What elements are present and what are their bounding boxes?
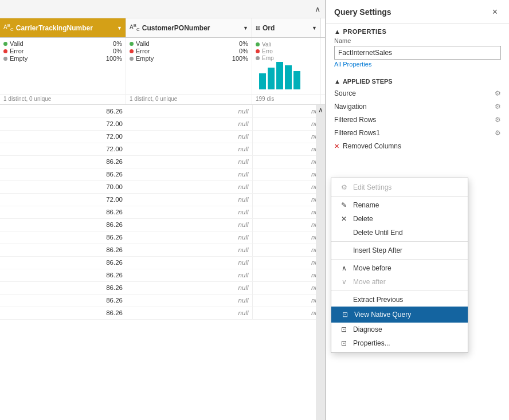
cell-price: 72.00: [0, 130, 126, 143]
table-row: 86.26nullnull: [0, 155, 325, 168]
cell-null-2: null: [252, 281, 325, 294]
column-header-customer[interactable]: ABC CustomerPONumber ▼: [126, 18, 252, 37]
column-header-order[interactable]: ⊞ Ord ▼: [252, 18, 321, 37]
applied-steps-header: ▲ APPLIED STEPS: [326, 73, 509, 87]
dropdown-order[interactable]: ▼: [312, 25, 317, 31]
cell-null-1: null: [126, 206, 252, 218]
table-row: 86.26nullnull: [0, 231, 325, 244]
name-label: Name: [334, 37, 501, 44]
delete-until-end-label: Delete Until End: [353, 229, 403, 237]
menu-item-extract-previous[interactable]: Extract Previous: [331, 293, 468, 307]
step-filtered-rows1-gear[interactable]: ⚙: [495, 129, 501, 137]
data-grid: ∧ ABC CarrierTrackingNumber ▼ ABC Custom…: [0, 0, 326, 420]
scroll-up-indicator[interactable]: ∧: [316, 105, 325, 420]
menu-item-edit-settings[interactable]: ⚙ Edit Settings: [331, 180, 468, 194]
abc-icon-customer: ABC: [130, 23, 140, 32]
cell-null-2: null: [252, 269, 325, 281]
data-rows-container[interactable]: ∧ 86.26nullnull 72.00nullnull 72.00nulln…: [0, 105, 325, 420]
step-filtered-rows1[interactable]: Filtered Rows1 ⚙: [334, 127, 501, 140]
step-navigation-gear[interactable]: ⚙: [495, 103, 501, 111]
cell-null-1: null: [126, 294, 252, 307]
table-row: 86.26nullnull: [0, 294, 325, 307]
dropdown-carrier[interactable]: ▼: [117, 25, 122, 31]
cell-null-1: null: [126, 244, 252, 256]
error-pct-customer: 0%: [239, 48, 248, 54]
menu-item-move-after[interactable]: ∨ Move after: [331, 275, 468, 289]
properties-arrow: ▲: [334, 28, 340, 35]
column-stats-area: Valid0% Error0% Empty100% Valid0% Error0…: [0, 38, 325, 95]
cell-price: 86.26: [0, 307, 126, 319]
cell-price: 86.26: [0, 269, 126, 281]
scroll-up-arrow: ∧: [318, 106, 323, 114]
cell-null-1: null: [126, 105, 252, 117]
col-stat-order: Vali Erro Emp: [252, 38, 321, 94]
error-label-customer: Error: [136, 48, 150, 54]
cell-null-2: null: [252, 256, 325, 269]
menu-item-view-native-query[interactable]: ⊡ View Native Query: [331, 307, 468, 323]
cell-null-2: null: [252, 218, 325, 231]
menu-separator-3: [331, 259, 468, 260]
cell-price: 86.26: [0, 155, 126, 168]
cell-null-1: null: [126, 168, 252, 180]
all-properties-link[interactable]: All Properties: [334, 60, 501, 69]
menu-item-delete-until-end[interactable]: Delete Until End: [331, 226, 468, 240]
cell-null-2: null: [252, 143, 325, 155]
cell-null-1: null: [126, 130, 252, 143]
delete-icon: ✕: [339, 215, 349, 223]
table-row: 86.26nullnull: [0, 105, 325, 117]
error-dot-order: [256, 49, 260, 53]
query-settings-panel: Query Settings × ▲ PROPERTIES Name All P…: [326, 0, 509, 420]
step-filtered-rows-label: Filtered Rows: [334, 116, 376, 124]
menu-item-insert-step[interactable]: Insert Step After: [331, 244, 468, 257]
menu-item-rename[interactable]: ✎ Rename: [331, 198, 468, 212]
empty-pct-customer: 100%: [232, 55, 248, 62]
step-navigation[interactable]: Navigation ⚙: [334, 100, 501, 113]
valid-label-carrier: Valid: [10, 40, 24, 47]
move-after-icon: ∨: [339, 278, 349, 286]
rename-icon: ✎: [339, 201, 349, 209]
dropdown-customer[interactable]: ▼: [243, 25, 248, 31]
menu-item-move-before[interactable]: ∧ Move before: [331, 261, 468, 275]
empty-dot-carrier: [3, 57, 7, 61]
move-before-icon: ∧: [339, 264, 349, 272]
step-source-gear[interactable]: ⚙: [495, 89, 501, 97]
step-filtered-rows-gear[interactable]: ⚙: [495, 116, 501, 124]
step-navigation-label: Navigation: [334, 103, 367, 111]
step-filtered-rows[interactable]: Filtered Rows ⚙: [334, 113, 501, 127]
error-dot-customer: [130, 49, 134, 53]
context-menu: ⚙ Edit Settings ✎ Rename ✕ Delete Delete…: [331, 178, 468, 353]
extract-previous-label: Extract Previous: [353, 296, 403, 304]
menu-item-diagnose[interactable]: ⊡ Diagnose: [331, 323, 468, 336]
menu-item-properties[interactable]: ⊡ Properties...: [331, 336, 468, 350]
collapse-icon[interactable]: ∧: [315, 5, 320, 14]
close-button[interactable]: ×: [489, 6, 501, 18]
step-source[interactable]: Source ⚙: [334, 87, 501, 100]
cell-null-2: null: [252, 244, 325, 256]
distinct-customer: 1 distinct, 0 unique: [126, 95, 252, 104]
properties-menu-label: Properties...: [353, 339, 390, 347]
column-header-carrier[interactable]: ABC CarrierTrackingNumber ▼: [0, 18, 126, 37]
order-stats-label: Vali Erro Emp: [256, 40, 317, 63]
table-row: 86.26nullnull: [0, 269, 325, 281]
properties-icon: ⊡: [339, 339, 349, 347]
error-label-order: Erro: [262, 48, 273, 54]
step-removed-columns-label: Removed Columns: [343, 142, 401, 150]
menu-separator-4: [331, 291, 468, 291]
table-icon-order: ⊞: [256, 25, 260, 31]
edit-settings-icon: ⚙: [339, 183, 349, 191]
cell-price: 86.26: [0, 281, 126, 294]
cell-price: 86.26: [0, 105, 126, 117]
menu-item-delete[interactable]: ✕ Delete: [331, 212, 468, 226]
name-input[interactable]: [334, 46, 501, 60]
move-before-label: Move before: [353, 264, 391, 272]
cell-price: 86.26: [0, 168, 126, 180]
cell-null-2: null: [252, 180, 325, 193]
table-row: 72.00nullnull: [0, 130, 325, 143]
data-table: 86.26nullnull 72.00nullnull 72.00nullnul…: [0, 105, 325, 320]
table-row: 72.00nullnull: [0, 143, 325, 155]
cell-null-1: null: [126, 193, 252, 206]
cell-null-2: null: [252, 206, 325, 218]
diagnose-icon: ⊡: [339, 325, 349, 333]
properties-section-header: ▲ PROPERTIES: [326, 23, 509, 37]
step-removed-columns[interactable]: ✕ Removed Columns: [334, 140, 501, 152]
